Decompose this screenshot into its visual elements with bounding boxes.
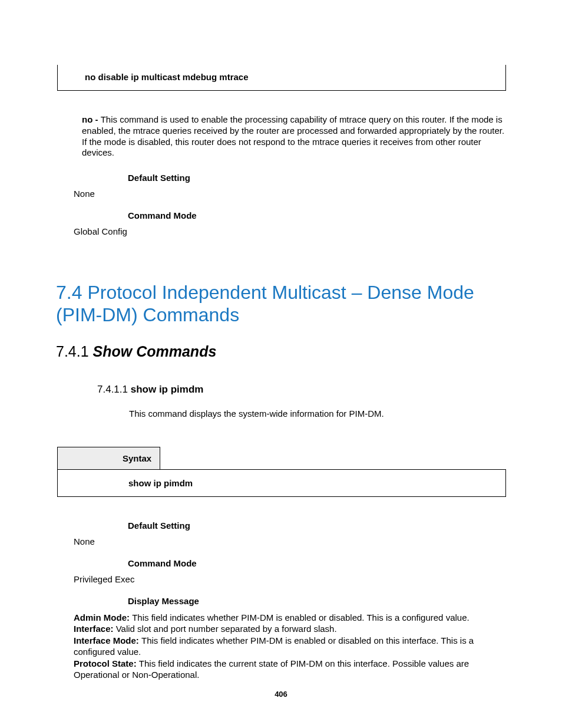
command-number: 7.4.1.1 (97, 384, 131, 395)
command-mode-heading-2: Command Mode (56, 558, 506, 568)
command-mode-heading: Command Mode (56, 210, 506, 220)
command-description: This command displays the system-wide in… (56, 409, 506, 419)
display-item-interface-mode: Interface Mode: This field indicates whe… (74, 635, 506, 658)
interface-text: Valid slot and port number separated by … (116, 624, 337, 634)
interface-label: Interface: (74, 624, 116, 634)
subsection-heading-7-4-1: 7.4.1 Show Commands (56, 343, 506, 360)
default-setting-heading-2: Default Setting (56, 521, 506, 531)
command-mode-value: Global Config (56, 226, 506, 236)
admin-mode-text: This field indicates whether PIM-DM is e… (132, 612, 470, 622)
syntax-group: Syntax show ip pimdm (57, 447, 506, 497)
command-title: show ip pimdm (131, 384, 204, 395)
default-setting-value-2: None (56, 536, 506, 546)
syntax-command-text: no disable ip multicast mdebug mtrace (58, 72, 505, 82)
section-heading-7-4: 7.4 Protocol Independent Multicast – Den… (56, 281, 506, 327)
syntax-command-box: show ip pimdm (57, 469, 506, 497)
syntax-command-box-top: no disable ip multicast mdebug mtrace (57, 65, 506, 91)
syntax-command-text-2: show ip pimdm (58, 478, 505, 488)
display-item-interface: Interface: Valid slot and port number se… (74, 623, 506, 635)
display-item-protocol-state: Protocol State: This field indicates the… (74, 658, 506, 681)
page-container: no disable ip multicast mdebug mtrace no… (0, 0, 562, 728)
admin-mode-label: Admin Mode: (74, 612, 132, 622)
display-message-heading: Display Message (56, 596, 506, 606)
command-heading-7-4-1-1: 7.4.1.1 show ip pimdm (56, 384, 506, 396)
display-message-items: Admin Mode: This field indicates whether… (56, 612, 506, 681)
display-item-admin-mode: Admin Mode: This field indicates whether… (74, 612, 506, 624)
subsection-number: 7.4.1 (56, 343, 93, 360)
default-setting-heading: Default Setting (56, 173, 506, 183)
protocol-state-label: Protocol State: (74, 658, 139, 668)
interface-mode-label: Interface Mode: (74, 635, 141, 645)
default-setting-value: None (56, 189, 506, 199)
no-prefix-label: no - (82, 114, 101, 124)
page-number: 406 (0, 690, 562, 699)
command-mode-value-2: Privileged Exec (56, 574, 506, 584)
no-description-text: This command is used to enable the proce… (82, 114, 504, 157)
subsection-title: Show Commands (93, 343, 217, 360)
no-description-paragraph: no - This command is used to enable the … (56, 114, 506, 159)
syntax-label: Syntax (57, 447, 160, 470)
